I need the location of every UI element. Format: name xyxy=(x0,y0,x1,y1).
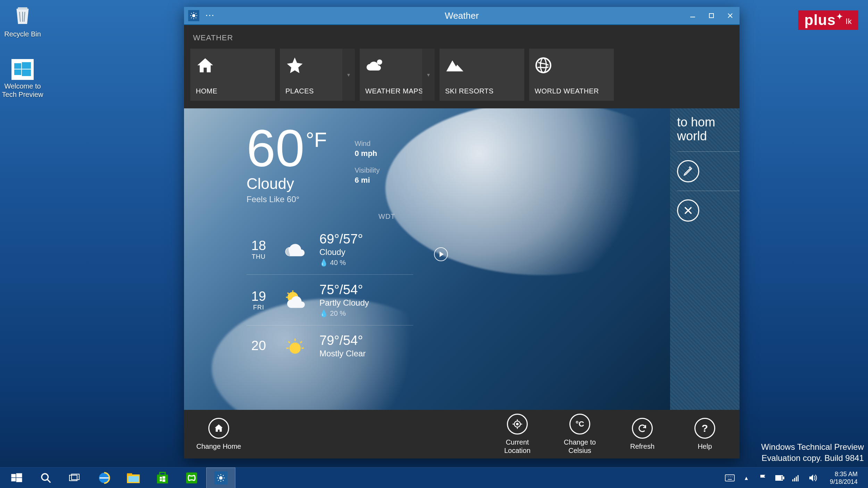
feels-like: Feels Like 60° xyxy=(247,195,327,204)
partly-cloudy-icon xyxy=(281,288,309,312)
visibility-value: 6 mi xyxy=(355,176,380,185)
divider xyxy=(677,151,740,152)
nav-tile-label: SKI RESORTS xyxy=(445,87,519,95)
close-button[interactable] xyxy=(721,7,740,24)
svg-point-24 xyxy=(290,342,301,354)
nav-tile-places[interactable]: PLACES ▾ xyxy=(280,49,355,101)
current-temp-unit: °F xyxy=(306,128,327,152)
taskbar-search-button[interactable] xyxy=(31,468,60,488)
desktop-icon-label: Recycle Bin xyxy=(0,30,47,38)
desktop-icon-recycle-bin[interactable]: Recycle Bin xyxy=(0,3,47,38)
nav-section: WEATHER HOME PLACES ▾ WEATHER MAPS ▾ xyxy=(184,25,740,108)
appbar-help[interactable]: ? Help xyxy=(681,418,729,450)
forecast-row[interactable]: 19 FRI 75°/54° Partly Cloudy 💧 20 % xyxy=(247,274,413,325)
svg-point-42 xyxy=(42,474,48,480)
minimize-button[interactable] xyxy=(683,7,702,24)
svg-point-57 xyxy=(219,476,223,480)
play-button[interactable] xyxy=(434,247,448,261)
taskbar-weather-button[interactable] xyxy=(206,468,235,488)
svg-rect-78 xyxy=(798,475,799,481)
content-area: 60 °F Cloudy Feels Like 60° Wind 0 mph V… xyxy=(184,108,740,410)
sun-icon xyxy=(281,334,309,358)
volume-icon[interactable] xyxy=(808,473,818,483)
forecast-desc: Cloudy xyxy=(319,247,363,257)
tray-overflow-icon[interactable]: ▴ xyxy=(742,473,751,483)
help-icon: ? xyxy=(694,418,715,439)
nav-tile-label: WORLD WEATHER xyxy=(535,87,608,95)
taskbar-clock[interactable]: 8:35 AM 9/18/2014 xyxy=(825,470,862,486)
forecast-day-number: 19 xyxy=(247,289,271,304)
taskbar-taskview-button[interactable] xyxy=(60,468,90,488)
side-title: to homworld xyxy=(677,115,740,143)
maximize-button[interactable] xyxy=(702,7,721,24)
svg-line-43 xyxy=(47,479,50,482)
desktop-icon-tech-preview[interactable]: Welcome to Tech Preview xyxy=(0,59,47,99)
badge-main: plus xyxy=(804,12,836,28)
current-temp-block: 60 °F Cloudy Feels Like 60° xyxy=(247,122,327,204)
appbar-refresh[interactable]: Refresh xyxy=(618,418,667,450)
window-titlebar[interactable]: … Weather xyxy=(184,7,740,24)
clock-date: 9/18/2014 xyxy=(830,478,858,486)
svg-point-18 xyxy=(536,58,551,73)
forecast-row[interactable]: 20 79°/54° Mostly Clear xyxy=(247,325,413,366)
svg-rect-52 xyxy=(160,477,162,479)
svg-line-9 xyxy=(191,13,192,14)
nav-tile-weather-maps[interactable]: WEATHER MAPS ▾ xyxy=(360,49,435,101)
nav-tile-world-weather[interactable]: WORLD WEATHER xyxy=(529,49,614,101)
taskbar-xbox-button[interactable] xyxy=(177,468,206,488)
appbar-label: Current Location xyxy=(493,438,542,455)
taskbar-ie-button[interactable] xyxy=(90,468,119,488)
forecast-desc: Mostly Clear xyxy=(319,349,366,358)
svg-line-29 xyxy=(300,341,302,343)
svg-point-33 xyxy=(517,423,518,425)
nav-tile-label: PLACES xyxy=(285,87,349,95)
current-conditions: 60 °F Cloudy Feels Like 60° Wind 0 mph V… xyxy=(247,122,656,204)
forecast-row[interactable]: 18 THU 69°/57° Cloudy 💧 40 % xyxy=(247,224,413,274)
start-button[interactable] xyxy=(2,468,31,488)
current-condition: Cloudy xyxy=(247,175,327,192)
divider xyxy=(677,191,740,191)
pencil-icon xyxy=(677,160,699,182)
data-provider: WDT xyxy=(184,213,656,221)
celsius-icon: °C xyxy=(569,414,590,435)
network-icon[interactable] xyxy=(792,473,801,483)
keyboard-icon[interactable] xyxy=(725,473,735,483)
side-action-edit[interactable] xyxy=(677,160,740,182)
appbar-change-celsius[interactable]: °C Change to Celsius xyxy=(556,414,604,455)
close-icon xyxy=(677,199,699,222)
svg-rect-49 xyxy=(128,476,139,482)
svg-rect-38 xyxy=(11,474,16,477)
taskbar-explorer-button[interactable] xyxy=(119,468,148,488)
flag-icon[interactable] xyxy=(758,473,768,483)
svg-line-63 xyxy=(223,480,224,481)
clock-time: 8:35 AM xyxy=(830,470,858,478)
appbar-label: Change Home xyxy=(194,442,243,450)
taskbar-store-button[interactable] xyxy=(148,468,177,488)
visibility-label: Visibility xyxy=(355,166,380,174)
current-details: Wind 0 mph Visibility 6 mi xyxy=(355,140,380,193)
home-icon xyxy=(196,55,269,76)
svg-rect-76 xyxy=(794,478,795,481)
svg-line-28 xyxy=(289,341,290,343)
nav-tile-ski-resorts[interactable]: SKI RESORTS xyxy=(440,49,524,101)
forecast-precip: 💧 40 % xyxy=(319,258,363,267)
appbar-current-location[interactable]: Current Location xyxy=(493,414,542,455)
chevron-down-icon[interactable]: ▾ xyxy=(422,49,435,101)
chevron-down-icon[interactable]: ▾ xyxy=(342,49,355,101)
svg-rect-55 xyxy=(162,479,165,481)
svg-rect-2 xyxy=(14,69,21,75)
svg-rect-41 xyxy=(16,478,22,482)
star-icon xyxy=(285,55,349,76)
side-action-close[interactable] xyxy=(677,199,740,222)
appbar-change-home[interactable]: Change Home xyxy=(194,418,243,450)
nav-tile-home[interactable]: HOME xyxy=(190,49,275,101)
weather-hero[interactable]: 60 °F Cloudy Feels Like 60° Wind 0 mph V… xyxy=(184,108,670,410)
desktop-icon-label: Welcome to Tech Preview xyxy=(0,82,47,99)
svg-point-19 xyxy=(541,58,546,73)
svg-rect-1 xyxy=(22,62,31,69)
titlebar-menu-button[interactable]: … xyxy=(205,11,215,15)
battery-icon[interactable] xyxy=(775,473,785,483)
svg-line-11 xyxy=(191,18,192,18)
svg-rect-54 xyxy=(160,479,162,481)
nav-tiles: HOME PLACES ▾ WEATHER MAPS ▾ SKI RESORTS xyxy=(190,49,733,101)
